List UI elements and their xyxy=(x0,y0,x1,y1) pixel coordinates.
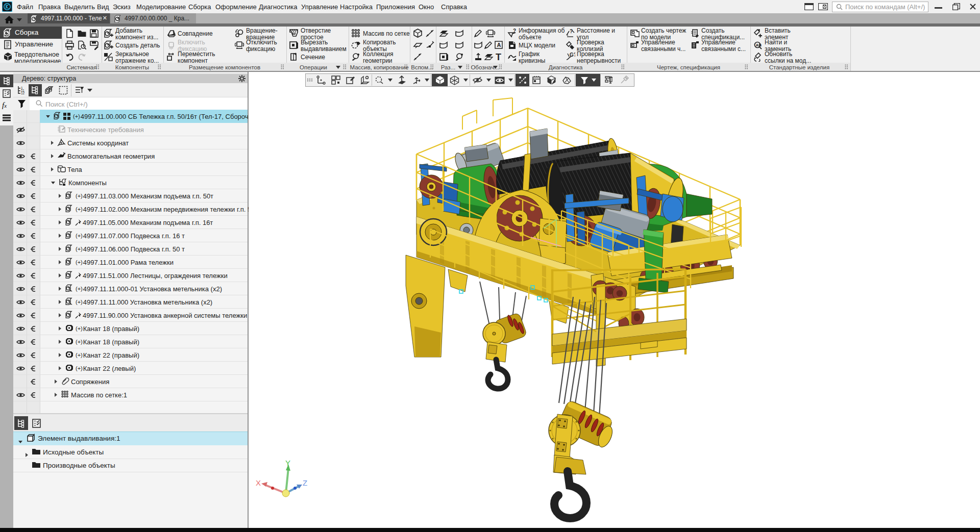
svg-text:Z: Z xyxy=(303,478,307,487)
svg-text:12: 12 xyxy=(21,91,25,95)
svg-text:Y: Y xyxy=(285,459,290,467)
svg-text:X: X xyxy=(256,478,261,487)
